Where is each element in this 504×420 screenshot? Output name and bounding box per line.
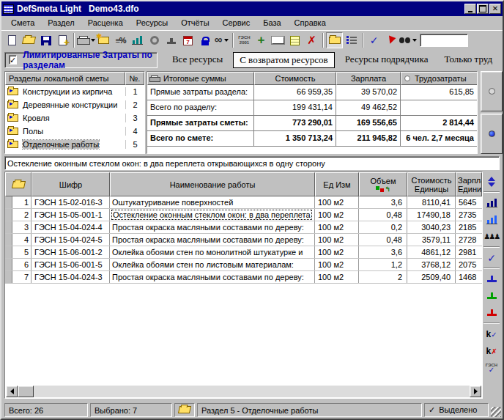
- works-header-unit-salary: ЗарплаЕдини: [456, 172, 482, 196]
- row-indicator: [5, 221, 12, 233]
- scroll-left-button[interactable]: [6, 386, 18, 397]
- limited-costs-checkbox[interactable]: [9, 55, 17, 65]
- sort-updown-button[interactable]: [483, 173, 500, 190]
- view-button[interactable]: [213, 32, 230, 48]
- row-indicator: [5, 196, 12, 208]
- menu-item-8[interactable]: Справка: [288, 17, 333, 29]
- add-row-button[interactable]: [253, 32, 270, 48]
- people-icon: ♟♟♟: [484, 232, 500, 241]
- works-row[interactable]: 5ГЭСН 15-06-001-2Оклейка обоями стен по …: [5, 246, 482, 259]
- radio-on-icon: [489, 130, 495, 137]
- resource-tab-2[interactable]: С возвратом ресурсов: [233, 52, 335, 68]
- section-row[interactable]: Отделочные работы5: [5, 138, 144, 151]
- menu-item-2[interactable]: Раздел: [41, 17, 81, 29]
- new-estimate-button[interactable]: [95, 32, 112, 48]
- radio-top-button[interactable]: [481, 71, 503, 111]
- works-table: Шифр Наименование работы Ед Изм Объем↰ С…: [4, 172, 483, 399]
- work-volume: 0,48: [359, 234, 407, 246]
- work-unit-cost: 3768,12: [407, 259, 456, 270]
- confirm-button[interactable]: [366, 32, 382, 48]
- summary-cost-value: 1 350 713,24: [254, 131, 336, 146]
- menu-item-7[interactable]: База: [256, 17, 287, 29]
- chart-dark-button[interactable]: [483, 194, 500, 211]
- work-unit-salary: 2728: [456, 234, 482, 246]
- work-unit-cost: 8110,41: [407, 196, 456, 208]
- percent-list-button[interactable]: [112, 32, 129, 48]
- works-row[interactable]: 6ГЭСН 15-06-001-5Оклейка обоями стен по …: [5, 259, 482, 271]
- close-button[interactable]: [489, 4, 501, 14]
- search-button[interactable]: [399, 32, 417, 48]
- works-row[interactable]: 3ГЭСН 15-04-024-4Простая окраска масляны…: [5, 221, 482, 234]
- k-x-button[interactable]: k✗: [483, 342, 500, 359]
- tool-green-button[interactable]: [483, 287, 500, 304]
- tool-blue-button[interactable]: [483, 270, 500, 287]
- folder-arrow-icon: [7, 101, 18, 108]
- works-row[interactable]: 7ГЭСН 15-04-024-3Простая окраска масляны…: [5, 271, 482, 284]
- section-row[interactable]: Конструкции из кирпича1: [5, 85, 144, 98]
- blank-box-button[interactable]: [270, 32, 286, 48]
- resize-grip[interactable]: [491, 407, 501, 417]
- filterbar: Лимитированные Затраты по разделам Все р…: [1, 50, 503, 70]
- people-button[interactable]: ♟♟♟: [483, 228, 500, 245]
- work-description-bar: Остекление оконным стеклом окон: в два п…: [4, 156, 500, 170]
- note-button[interactable]: [286, 32, 303, 48]
- gesn-2001-button[interactable]: ГЭСН2001: [236, 32, 253, 48]
- menu-item-3[interactable]: Расценка: [81, 17, 130, 29]
- list-view-button[interactable]: [343, 32, 360, 48]
- section-row[interactable]: Деревянные конструкции2: [5, 98, 144, 111]
- scroll-thumb[interactable]: [18, 386, 34, 397]
- gesn-2001-icon: ГЭСН2001: [238, 35, 250, 45]
- add-document-button[interactable]: [54, 32, 71, 48]
- print-button[interactable]: [77, 32, 95, 48]
- search-dropdown-icon[interactable]: [412, 39, 417, 42]
- row-number: 2: [12, 209, 32, 221]
- toolbar-separator: [362, 33, 363, 48]
- tool-red-button[interactable]: [483, 304, 500, 321]
- view-dropdown-icon[interactable]: [224, 39, 229, 42]
- scroll-track[interactable]: [34, 386, 470, 397]
- folder-view-button[interactable]: [326, 32, 343, 48]
- open-folder-icon: [22, 37, 36, 44]
- dart-button[interactable]: [382, 32, 399, 48]
- work-unit-salary: 1468: [456, 271, 482, 283]
- apply-check-button[interactable]: [483, 249, 500, 266]
- horizontal-scrollbar[interactable]: [6, 386, 481, 397]
- resource-tab-3[interactable]: Ресурсы подрядчика: [339, 52, 434, 68]
- wheel-button[interactable]: [146, 32, 163, 48]
- work-unit-cost: 3579,11: [407, 234, 456, 246]
- works-row[interactable]: 1ГЭСН 15-02-016-3Оштукатуривание поверхн…: [5, 196, 482, 209]
- section-row[interactable]: Кровля3: [5, 111, 144, 125]
- summary-row: Всего по разделу:199 431,1449 462,52: [147, 100, 477, 116]
- open-button[interactable]: [21, 32, 37, 48]
- menu-item-6[interactable]: Сервис: [216, 17, 257, 29]
- work-code: ГЭСН 15-04-024-3: [32, 271, 110, 283]
- lock-button[interactable]: [196, 32, 213, 48]
- scroll-right-button[interactable]: [470, 386, 481, 397]
- work-unit: 100 м2: [315, 221, 359, 233]
- titlebar: DefSmeta Light Demo43.dfo: [1, 1, 503, 16]
- resource-tab-1[interactable]: Все ресурсы: [166, 52, 229, 68]
- new-document-button[interactable]: [4, 32, 21, 48]
- delete-button[interactable]: [303, 32, 320, 48]
- gesn-check-button[interactable]: ГЭСН✓: [483, 359, 500, 376]
- search-input[interactable]: [420, 34, 468, 47]
- works-row[interactable]: 2ГЭСН 15-05-001-1Остекление оконным стек…: [5, 209, 482, 221]
- chart-button[interactable]: [129, 32, 146, 48]
- minimize-button[interactable]: [464, 4, 476, 14]
- chart-blue-button[interactable]: [483, 211, 500, 228]
- press-button[interactable]: [163, 32, 179, 48]
- work-code: ГЭСН 15-02-016-3: [32, 196, 110, 208]
- sections-panel: Разделы локальной сметы №. Конструкции и…: [4, 71, 145, 154]
- save-button[interactable]: [37, 32, 54, 48]
- menu-item-5[interactable]: Отчёты: [174, 17, 215, 29]
- works-row[interactable]: 4ГЭСН 15-04-024-5Простая окраска масляны…: [5, 234, 482, 246]
- k-check-button[interactable]: k✓: [483, 325, 500, 342]
- menu-item-1[interactable]: Смета: [4, 17, 41, 29]
- resource-tab-4[interactable]: Только труд: [438, 52, 498, 68]
- radio-bottom-button[interactable]: [481, 114, 503, 154]
- maximize-button[interactable]: [477, 4, 489, 14]
- calendar-button[interactable]: [179, 32, 196, 48]
- sort-arrows-icon: [488, 177, 495, 187]
- section-row[interactable]: Полы4: [5, 125, 144, 138]
- menu-item-4[interactable]: Ресурсы: [130, 17, 174, 29]
